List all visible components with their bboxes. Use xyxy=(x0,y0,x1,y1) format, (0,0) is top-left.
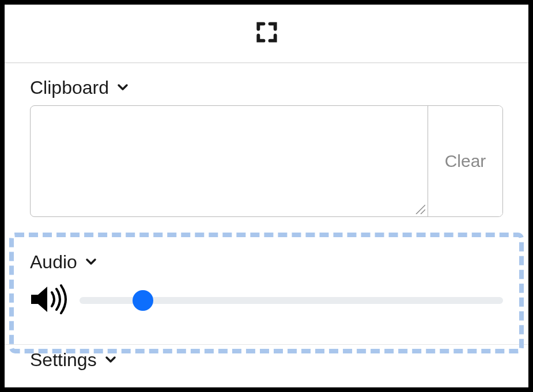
clipboard-body: Clear xyxy=(30,105,503,217)
volume-high-icon[interactable] xyxy=(30,284,69,317)
window-frame: Clipboard Clear Audio xyxy=(0,0,533,392)
audio-section: Audio xyxy=(5,229,528,344)
clear-button[interactable]: Clear xyxy=(428,106,502,216)
clipboard-header[interactable]: Clipboard xyxy=(30,77,503,98)
clipboard-section: Clipboard Clear xyxy=(5,63,528,229)
settings-section: Settings xyxy=(5,345,528,371)
audio-header[interactable]: Audio xyxy=(30,252,503,273)
settings-header[interactable]: Settings xyxy=(30,349,503,371)
clipboard-title: Clipboard xyxy=(30,77,109,98)
audio-title: Audio xyxy=(30,252,77,273)
fullscreen-icon[interactable] xyxy=(254,20,279,47)
chevron-down-icon xyxy=(104,349,118,371)
top-bar xyxy=(5,5,528,63)
audio-controls xyxy=(30,284,503,317)
volume-slider-thumb[interactable] xyxy=(133,290,153,311)
chevron-down-icon xyxy=(116,77,130,98)
clipboard-textarea-wrap xyxy=(31,106,428,216)
volume-slider[interactable] xyxy=(80,297,503,304)
chevron-down-icon xyxy=(84,252,98,273)
clipboard-textarea[interactable] xyxy=(31,106,428,216)
settings-title: Settings xyxy=(30,349,97,371)
